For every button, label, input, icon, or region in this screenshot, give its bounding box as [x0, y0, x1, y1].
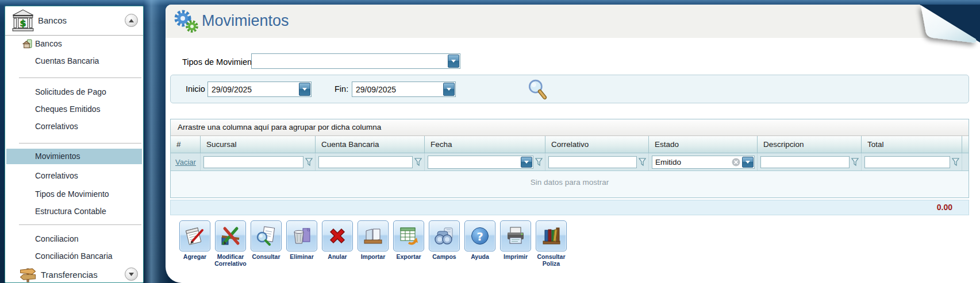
gears-icon [172, 9, 200, 34]
fecha-filter-combobox[interactable] [428, 156, 533, 169]
clear-filters-link[interactable]: Vaciar [175, 158, 196, 166]
column-header-total[interactable]: Total [862, 136, 962, 153]
movements-grid: Arrastre una columna aquí para agrupar p… [170, 119, 969, 198]
filter-cell-cuenta [316, 153, 425, 170]
inicio-date-input[interactable] [208, 82, 298, 96]
group-by-hint-bar[interactable]: Arrastre una columna aquí para agrupar p… [171, 119, 969, 136]
chevron-down-icon[interactable] [521, 157, 532, 168]
sidebar-item-estructura-contable[interactable]: Estructura Contable [6, 204, 142, 219]
sidebar-item-label: Movimientos [35, 152, 80, 161]
sidebar-item-conciliacion-bancaria[interactable]: Conciliación Bancaria [6, 249, 142, 264]
sidebar-section-transferencias[interactable]: Transferencias [5, 265, 143, 283]
total-filter-input[interactable] [864, 156, 950, 168]
svg-text:$: $ [20, 18, 26, 29]
column-header-cuenta[interactable]: Cuenta Bancaria [316, 136, 425, 153]
books-icon [540, 224, 563, 247]
correlativo-filter-input[interactable] [548, 156, 637, 168]
collapse-up-icon[interactable] [125, 14, 138, 27]
inicio-label: Inicio [186, 84, 205, 94]
sidebar-item-label: Cheques Emitidos [35, 104, 101, 114]
filter-cell-filler [962, 153, 969, 170]
filter-funnel-icon[interactable] [851, 158, 859, 166]
column-header-correlativo[interactable]: Correlativo [545, 136, 649, 153]
chevron-down-icon[interactable] [448, 55, 459, 68]
filter-cell-total [862, 153, 962, 170]
filter-cell-sucursal [201, 153, 316, 170]
importar-button[interactable]: Importar [356, 220, 390, 267]
agregar-button[interactable]: Agregar [178, 220, 212, 267]
column-header-estado[interactable]: Estado [649, 136, 758, 153]
column-header-num[interactable]: # [171, 136, 201, 153]
column-header-fecha[interactable]: Fecha [425, 136, 545, 153]
tipo-movimiento-combobox[interactable] [251, 53, 460, 69]
estado-filter-combobox[interactable]: Emitido [652, 156, 755, 169]
export-table-icon [397, 224, 420, 247]
consultar-poliza-button[interactable]: Consultar Poliza [535, 220, 568, 267]
sidebar-item-correlativos-1[interactable]: Correlativos [6, 119, 142, 134]
filter-funnel-icon[interactable] [535, 158, 543, 166]
expand-down-icon[interactable] [125, 268, 138, 281]
chevron-down-icon[interactable] [742, 157, 754, 168]
filter-cell-fecha [425, 153, 545, 170]
exportar-button[interactable]: Exportar [392, 220, 425, 267]
filter-funnel-icon[interactable] [952, 158, 959, 166]
campos-button[interactable]: Campos [428, 220, 461, 267]
fin-date-combobox[interactable] [352, 82, 456, 97]
clear-estado-icon[interactable] [732, 158, 740, 166]
red-x-icon [326, 224, 349, 247]
ayuda-button[interactable]: ? Ayuda [463, 220, 497, 267]
sidebar-item-bancos[interactable]: Bancos [6, 36, 142, 52]
chevron-down-icon[interactable] [299, 83, 310, 96]
sucursal-filter-input[interactable] [203, 156, 303, 168]
filter-funnel-icon[interactable] [639, 158, 646, 166]
imprimir-button[interactable]: Imprimir [499, 220, 532, 267]
panel-header: Movimientos [166, 5, 980, 38]
sidebar-item-solicitudes-de-pago[interactable]: Solicitudes de Pago [6, 84, 142, 100]
anular-button[interactable]: Anular [321, 220, 354, 267]
column-header-filler [962, 136, 969, 153]
sidebar-item-label: Bancos [35, 39, 62, 48]
sidebar-item-label: Tipos de Movimiento [35, 189, 109, 199]
bank-small-icon [22, 39, 32, 49]
sidebar-header: $ Bancos [5, 6, 143, 36]
svg-text:?: ? [476, 230, 483, 243]
consultar-button[interactable]: Consultar [249, 220, 283, 267]
summary-total-row: 0.00 [170, 200, 969, 215]
sidebar-item-label: Correlativos [35, 122, 78, 131]
sidebar-item-label: Correlativos [35, 171, 78, 180]
eliminar-button[interactable]: Eliminar [285, 220, 318, 267]
document-magnifier-icon [255, 224, 278, 247]
column-header-sucursal[interactable]: Sucursal [201, 136, 316, 153]
empty-data-message: Sin datos para mostrar [171, 171, 969, 197]
tipo-movimiento-input[interactable] [252, 54, 447, 68]
sidebar-item-label: Cuentas Bancaria [35, 56, 99, 65]
sidebar-item-label: Conciliación Bancaria [35, 251, 113, 261]
modificar-correlativo-button[interactable]: Modificar Correlativo [214, 220, 247, 267]
sidebar-item-correlativos-2[interactable]: Correlativos [6, 168, 142, 184]
filter-funnel-icon[interactable] [414, 158, 422, 166]
filter-cell-num: Vaciar [171, 153, 201, 170]
divider [19, 77, 141, 78]
trash-icon [290, 224, 313, 247]
divider [19, 143, 141, 144]
fin-label: Fin: [335, 84, 348, 94]
filter-funnel-icon[interactable] [305, 158, 313, 166]
cuenta-filter-input[interactable] [318, 156, 413, 168]
sidebar-item-tipos-de-movimiento[interactable]: Tipos de Movimiento [6, 187, 142, 202]
sidebar-item-cheques-emitidos[interactable]: Cheques Emitidos [6, 102, 142, 117]
sidebar-item-cuentas-bancaria[interactable]: Cuentas Bancaria [6, 53, 142, 69]
search-icon[interactable] [527, 79, 548, 100]
pencils-icon [219, 224, 242, 247]
sidebar-item-conciliacion[interactable]: Conciliacion [6, 231, 142, 247]
sidebar-item-label: Solicitudes de Pago [35, 87, 106, 96]
page-title: Movimientos [202, 12, 289, 30]
toolbar: Agregar Modificar Correlativo Consultar [178, 220, 568, 267]
descripcion-filter-input[interactable] [760, 156, 850, 168]
sidebar-title: Bancos [38, 15, 67, 25]
column-header-descripcion[interactable]: Descripcion [758, 136, 862, 153]
inicio-date-combobox[interactable] [207, 82, 312, 97]
fin-date-input[interactable] [352, 82, 443, 96]
import-docs-icon [362, 224, 385, 247]
chevron-down-icon[interactable] [443, 83, 455, 96]
sidebar-item-movimientos[interactable]: Movimientos [6, 149, 142, 164]
